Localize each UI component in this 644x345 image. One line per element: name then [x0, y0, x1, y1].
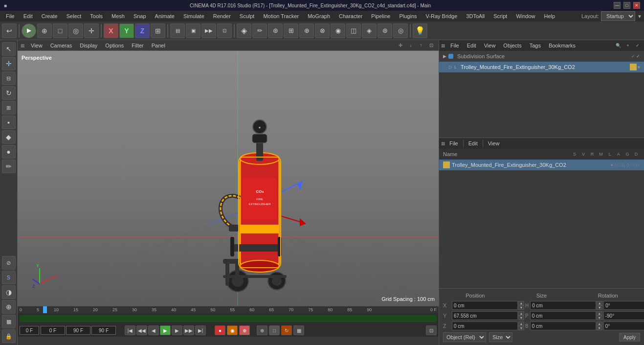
- om-tab-view[interactable]: View: [481, 42, 499, 49]
- menu-help[interactable]: Help: [540, 12, 559, 20]
- size-y-down[interactable]: ▼: [597, 316, 602, 320]
- menu-3dtoall[interactable]: 3DToAll: [462, 12, 489, 20]
- menu-render[interactable]: Render: [209, 12, 235, 20]
- side-btn-b[interactable]: S: [2, 271, 16, 284]
- preview-start-input[interactable]: [41, 326, 65, 335]
- size-x-input[interactable]: [530, 301, 596, 310]
- size-z-input[interactable]: [530, 322, 596, 330]
- keyframe-select-button[interactable]: □: [269, 325, 280, 335]
- expand-icon[interactable]: ▼: [637, 14, 642, 19]
- record-motion-button[interactable]: ◉: [227, 325, 238, 335]
- ol-tab-edit[interactable]: Edit: [466, 139, 480, 147]
- axis-z-button[interactable]: Z: [135, 23, 150, 38]
- om-search-icon[interactable]: 🔍: [614, 41, 622, 50]
- cursor-tool[interactable]: ↖: [2, 42, 16, 56]
- timeline-track-area[interactable]: [18, 313, 439, 324]
- size-y-up[interactable]: ▲: [597, 311, 602, 316]
- pos-x-input[interactable]: [452, 301, 518, 310]
- apply-button[interactable]: Apply: [619, 333, 640, 342]
- ol-tab-file[interactable]: File: [447, 139, 460, 147]
- cube-tool[interactable]: ▪: [2, 115, 16, 129]
- menu-file[interactable]: File: [2, 12, 19, 20]
- menu-tools[interactable]: Tools: [86, 12, 107, 20]
- vp-down-icon[interactable]: ↓: [406, 41, 415, 50]
- light-button[interactable]: 💡: [413, 23, 427, 38]
- end-frame-input[interactable]: [91, 326, 116, 335]
- size-z-up[interactable]: ▲: [597, 322, 602, 326]
- size-x-up[interactable]: ▲: [597, 301, 602, 305]
- om-tab-tags[interactable]: Tags: [527, 42, 544, 49]
- timeline-position-indicator[interactable]: [43, 306, 47, 313]
- maximize-button[interactable]: □: [623, 2, 630, 9]
- rot-p-input[interactable]: [603, 311, 644, 320]
- tweak-button[interactable]: ⊛: [378, 23, 392, 38]
- ol-tab-view[interactable]: View: [486, 139, 502, 147]
- menu-select[interactable]: Select: [63, 12, 86, 20]
- menu-sculpt[interactable]: Sculpt: [236, 12, 259, 20]
- om-tab-edit[interactable]: Edit: [464, 42, 479, 49]
- menu-character[interactable]: Character: [335, 12, 366, 20]
- menu-script[interactable]: Script: [489, 12, 511, 20]
- size-x-down[interactable]: ▼: [597, 305, 602, 310]
- render-view-button[interactable]: ▣: [186, 23, 200, 38]
- picture-viewer-button[interactable]: ⊡: [217, 23, 232, 38]
- go-start-button[interactable]: |◀: [125, 325, 135, 335]
- sculpt-tool-button[interactable]: ⊕: [299, 23, 314, 38]
- select-loop-button[interactable]: ◈: [362, 23, 377, 38]
- menu-pipeline[interactable]: Pipeline: [367, 12, 394, 20]
- menu-mograph[interactable]: MoGraph: [304, 12, 334, 20]
- pen-tool[interactable]: ✏: [2, 160, 16, 173]
- menu-plugins[interactable]: Plugins: [395, 12, 421, 20]
- vp-menu-cameras[interactable]: Cameras: [48, 42, 74, 49]
- side-btn-c[interactable]: ◑: [2, 285, 16, 299]
- vp-menu-display[interactable]: Display: [78, 42, 99, 49]
- next-1-button[interactable]: ▶: [172, 325, 182, 335]
- render-button[interactable]: ▶▶: [201, 23, 216, 38]
- render-region-button[interactable]: ▤: [170, 23, 185, 38]
- transform-tool[interactable]: ⊞: [2, 101, 16, 115]
- vp-move-icon[interactable]: ✛: [396, 41, 405, 50]
- undo-button[interactable]: ↩: [2, 23, 17, 38]
- ol-item-extinguisher[interactable]: Trolley_Mounted_Fire_Extinguisher_30Kg_C…: [439, 160, 644, 170]
- menu-snap[interactable]: Snap: [130, 12, 150, 20]
- keyframe-options-button[interactable]: ▦: [293, 325, 304, 335]
- add-keyframe-button[interactable]: ⊕: [257, 325, 267, 335]
- timeline-view-button[interactable]: ⊡: [426, 325, 437, 335]
- start-frame-input[interactable]: [20, 326, 39, 335]
- om-checkmark-icon[interactable]: ✓: [633, 41, 642, 50]
- paint-button[interactable]: ✏: [252, 23, 267, 38]
- mirror-button[interactable]: ⊞: [284, 23, 298, 38]
- vp-expand-icon[interactable]: ⊡: [427, 41, 436, 50]
- pos-y-down[interactable]: ▼: [518, 316, 524, 320]
- magnet-button[interactable]: ⊛: [268, 23, 283, 38]
- vp-menu-view[interactable]: View: [29, 42, 44, 49]
- move-tool[interactable]: ✛: [2, 57, 16, 70]
- rot-b-input[interactable]: [603, 322, 644, 330]
- size-y-input[interactable]: [530, 311, 596, 320]
- pos-x-up[interactable]: ▲: [518, 301, 524, 305]
- minimize-button[interactable]: —: [614, 2, 621, 9]
- grid-tile[interactable]: ▦: [2, 315, 16, 328]
- menu-vray[interactable]: V-Ray Bridge: [422, 12, 462, 20]
- axis-y-button[interactable]: Y: [119, 23, 134, 38]
- menu-motion-tracker[interactable]: Motion Tracker: [259, 12, 303, 20]
- size-z-down[interactable]: ▼: [597, 326, 602, 330]
- move-tool-button[interactable]: ✛: [84, 23, 99, 38]
- scale-tool[interactable]: ⊟: [2, 71, 16, 85]
- shape-tool[interactable]: ◆: [2, 130, 16, 144]
- om-subdiv-item[interactable]: ▶ Subdivision Surface ✓ ✓: [439, 51, 644, 62]
- layout-dropdown[interactable]: Startup: [601, 11, 635, 21]
- lock-btn[interactable]: 🔒: [2, 329, 16, 343]
- model-mode-button[interactable]: ▶: [22, 23, 36, 38]
- vp-menu-options[interactable]: Options: [103, 42, 126, 49]
- om-add-icon[interactable]: +: [623, 41, 632, 50]
- pos-z-up[interactable]: ▲: [518, 322, 524, 326]
- smooth-button[interactable]: ◉: [331, 23, 345, 38]
- vp-up-icon[interactable]: ↑: [417, 41, 425, 50]
- grab-button[interactable]: ◫: [346, 23, 361, 38]
- axis-all-button[interactable]: ⊞: [151, 23, 165, 38]
- side-btn-a[interactable]: ⊘: [2, 256, 16, 270]
- viewport-3d[interactable]: Perspective: [18, 51, 439, 306]
- menu-window[interactable]: Window: [512, 12, 539, 20]
- record-button[interactable]: ●: [215, 325, 225, 335]
